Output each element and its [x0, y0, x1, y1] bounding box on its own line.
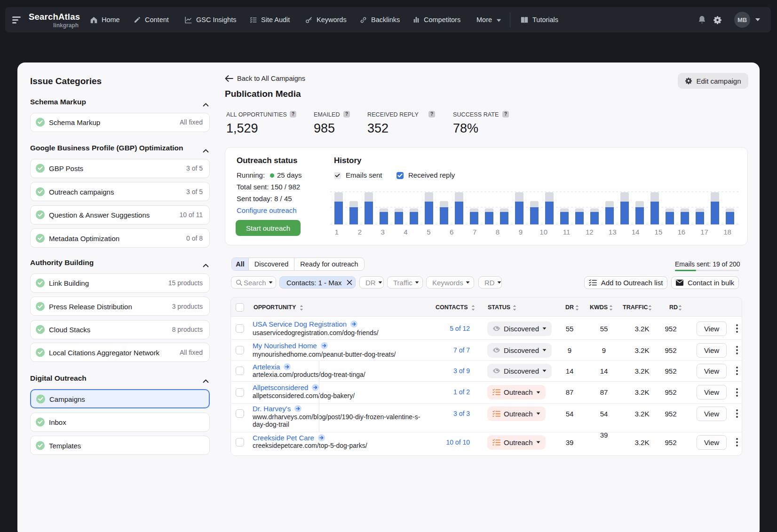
svg-text:4: 4: [404, 228, 407, 236]
svg-text:3: 3: [381, 228, 385, 236]
svg-text:11: 11: [563, 228, 571, 236]
svg-text:9: 9: [519, 228, 523, 236]
svg-text:17: 17: [700, 228, 708, 236]
svg-text:2: 2: [358, 228, 362, 236]
svg-text:15: 15: [655, 228, 663, 236]
svg-text:10: 10: [539, 228, 547, 236]
svg-text:6: 6: [450, 228, 453, 236]
svg-text:18: 18: [723, 228, 731, 236]
svg-text:5: 5: [427, 228, 430, 236]
svg-text:16: 16: [677, 228, 685, 236]
svg-text:7: 7: [473, 228, 476, 236]
svg-text:13: 13: [609, 228, 617, 236]
svg-text:12: 12: [586, 228, 594, 236]
svg-text:8: 8: [496, 228, 500, 236]
svg-text:14: 14: [632, 228, 640, 236]
svg-text:1: 1: [335, 228, 339, 236]
